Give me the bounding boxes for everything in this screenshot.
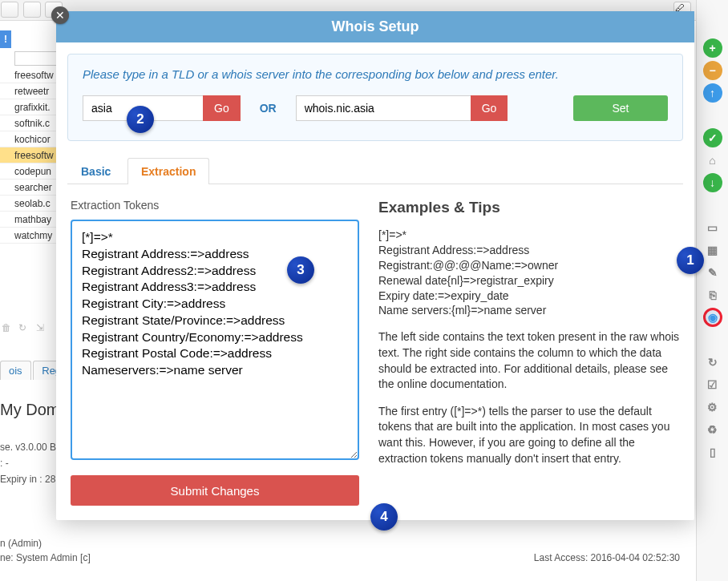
callout-4: 4 [370,503,398,531]
callout-2: 2 [127,106,154,133]
whois-server-input[interactable] [296,95,471,121]
examples-code: [*]=>* Registrant Address:=>address Regi… [378,228,680,318]
extraction-tokens-textarea[interactable] [71,220,359,460]
tab-basic[interactable]: Basic [67,158,124,184]
callout-1: 1 [677,247,704,274]
extraction-tokens-label: Extraction Tokens [71,199,359,212]
examples-heading: Examples & Tips [378,199,680,216]
tab-content-extraction: Extraction Tokens Submit Changes Example… [67,184,683,509]
set-button[interactable]: Set [573,95,668,121]
tab-extraction[interactable]: Extraction [127,158,209,184]
modal-tabs: Basic Extraction [67,157,683,184]
server-go-button[interactable]: Go [471,95,508,121]
tld-go-button[interactable]: Go [203,95,241,121]
modal-backdrop: ✕ Whois Setup Please type in a TLD or a … [0,0,728,581]
whois-setup-modal: ✕ Whois Setup Please type in a TLD or a … [56,11,694,520]
examples-paragraph-2: The first entry ([*]=>*) tells the parse… [378,404,680,466]
lookup-prompt: Please type in a TLD or a whois server i… [83,67,668,81]
submit-changes-button[interactable]: Submit Changes [71,475,359,506]
close-icon[interactable]: ✕ [51,6,69,24]
lookup-box: Please type in a TLD or a whois server i… [67,54,683,141]
callout-3: 3 [287,256,314,284]
or-separator: OR [252,102,285,115]
examples-paragraph-1: The left side contains the text token pr… [378,329,680,392]
modal-title: Whois Setup [56,11,694,42]
